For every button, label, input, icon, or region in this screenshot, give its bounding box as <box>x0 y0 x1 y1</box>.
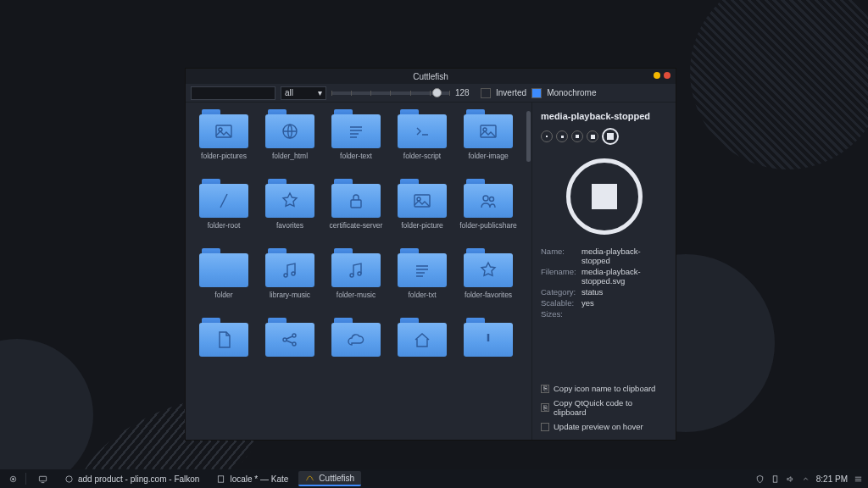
window-title: Cuttlefish <box>413 72 448 81</box>
taskbar-item-falkon[interactable]: add product - pling.com - Falkon <box>58 471 206 486</box>
meta-value <box>581 309 667 319</box>
meta-value: media-playback-stopped <box>581 247 667 265</box>
size-preview-8[interactable] <box>541 130 553 142</box>
monochrome-checkbox[interactable] <box>531 88 542 98</box>
icon-cell[interactable]: folder-publicshare <box>457 179 520 245</box>
meta-key: Sizes: <box>541 309 581 319</box>
action-label: Copy QtQuick code to clipboard <box>554 398 667 417</box>
folder-icon <box>398 179 447 218</box>
task-label: add product - pling.com - Falkon <box>78 474 199 484</box>
monochrome-label: Monochrome <box>547 88 596 97</box>
icon-cell[interactable]: folder-favorites <box>457 248 520 314</box>
taskbar: add product - pling.com - Falkon locale … <box>0 469 868 488</box>
meta-key: Scalable: <box>541 298 581 308</box>
icon-cell[interactable] <box>391 318 453 384</box>
search-input[interactable] <box>191 86 275 100</box>
copy-icon-name-button[interactable]: ⎘Copy icon name to clipboard <box>541 384 667 393</box>
inverted-label: Inverted <box>496 88 526 97</box>
svg-point-1 <box>12 478 14 480</box>
update-on-hover-checkbox[interactable]: Update preview on hover <box>541 422 667 431</box>
close-button[interactable] <box>664 72 670 79</box>
icon-cell[interactable]: certificate-server <box>325 179 387 245</box>
task-label: locale * — Kate <box>230 474 288 484</box>
icon-size-value: 128 <box>455 88 476 97</box>
icon-metadata: Name:media-playback-stopped Filename:med… <box>541 247 667 319</box>
folder-icon <box>398 109 447 148</box>
size-preview-selected[interactable] <box>602 128 619 145</box>
folder-icon <box>199 109 248 148</box>
meta-value: media-playback-stopped.svg <box>581 267 667 286</box>
icon-cell[interactable]: folder-picture <box>391 179 453 245</box>
icon-cell[interactable] <box>457 318 520 384</box>
folder-icon <box>199 179 248 218</box>
category-filter-combo[interactable]: all ▾ <box>281 86 326 100</box>
icon-cell[interactable]: library-music <box>259 248 321 314</box>
inverted-checkbox[interactable] <box>481 88 491 98</box>
folder-icon <box>331 318 381 357</box>
icon-cell[interactable] <box>192 318 255 384</box>
icon-label: folder-text <box>340 152 372 160</box>
icon-label: library-music <box>270 291 310 299</box>
icon-cell[interactable]: favorites <box>259 179 321 245</box>
icon-cell[interactable]: folder <box>192 248 255 314</box>
taskbar-item-kate[interactable]: locale * — Kate <box>209 471 295 486</box>
icon-label: favorites <box>276 221 303 230</box>
icon-cell[interactable]: folder-script <box>391 109 453 175</box>
clipboard-icon[interactable] <box>771 474 780 484</box>
folder-icon <box>331 179 381 218</box>
folder-icon <box>398 318 447 357</box>
clock[interactable]: 8:21 PM <box>816 474 848 484</box>
icon-cell[interactable] <box>259 318 321 384</box>
icon-cell[interactable]: folder-pictures <box>192 109 255 175</box>
icon-cell[interactable]: folder-text <box>325 109 387 175</box>
icon-grid[interactable]: folder-picturesfolder_htmlfolder-textfol… <box>186 103 526 440</box>
desktop-decoration <box>0 339 93 488</box>
titlebar[interactable]: Cuttlefish <box>186 69 676 84</box>
icon-cell[interactable]: folder-root <box>192 179 255 245</box>
folder-icon <box>265 248 314 287</box>
toolbar: all ▾ 128 Inverted Monochrome <box>186 84 676 103</box>
editor-icon <box>216 474 225 484</box>
shield-icon[interactable] <box>755 474 765 484</box>
size-preview-16[interactable] <box>556 130 568 142</box>
app-launcher-button[interactable] <box>5 471 20 486</box>
folder-icon <box>464 109 513 148</box>
icon-cell[interactable]: folder-image <box>457 109 520 175</box>
large-preview-icon <box>566 158 643 235</box>
chevron-up-icon[interactable] <box>801 474 810 484</box>
copy-qtquick-button[interactable]: ⎘Copy QtQuick code to clipboard <box>541 398 667 417</box>
action-label: Update preview on hover <box>554 422 643 431</box>
icon-cell[interactable]: folder-music <box>325 248 387 314</box>
cuttlefish-window: Cuttlefish all ▾ 128 Inverted Monochrome… <box>185 68 676 441</box>
taskbar-item-desktop[interactable] <box>31 471 54 486</box>
slider-knob[interactable] <box>432 88 442 97</box>
folder-icon <box>398 248 447 287</box>
svg-rect-5 <box>773 475 777 481</box>
icon-label: folder-txt <box>408 291 436 299</box>
folder-icon <box>199 318 248 357</box>
panel-menu-icon[interactable] <box>854 474 863 484</box>
icon-label: folder-music <box>337 291 376 299</box>
details-panel: media-playback-stopped Name:media-playba… <box>531 103 676 440</box>
svg-point-3 <box>66 475 72 481</box>
folder-icon <box>464 179 513 218</box>
size-preview-22[interactable] <box>571 130 583 142</box>
stop-icon <box>592 184 617 209</box>
size-preview-32[interactable] <box>587 130 598 142</box>
selected-icon-name: media-playback-stopped <box>541 111 667 121</box>
folder-icon <box>265 179 314 218</box>
action-label: Copy icon name to clipboard <box>554 384 655 393</box>
scrollbar-thumb[interactable] <box>526 111 531 162</box>
icon-size-slider[interactable] <box>331 92 450 95</box>
icon-label: folder-pictures <box>201 152 247 160</box>
desktop-decoration <box>690 0 868 169</box>
taskbar-item-cuttlefish[interactable]: Cuttlefish <box>298 471 361 486</box>
icon-cell[interactable]: folder-txt <box>391 248 453 314</box>
minimize-button[interactable] <box>654 72 660 79</box>
icon-cell[interactable]: folder_html <box>259 109 321 175</box>
folder-icon <box>464 248 513 287</box>
icon-cell[interactable] <box>325 318 387 384</box>
icon-label: folder-picture <box>401 221 443 230</box>
volume-icon[interactable] <box>786 474 795 484</box>
size-previews <box>541 128 667 145</box>
